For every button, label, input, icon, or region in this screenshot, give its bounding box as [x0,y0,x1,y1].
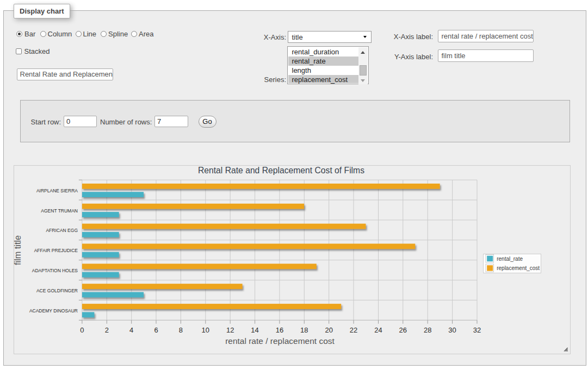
svg-text:22: 22 [349,325,357,334]
svg-text:AGENT TRUMAN: AGENT TRUMAN [41,208,78,213]
svg-text:ACADEMY DINOSAUR: ACADEMY DINOSAUR [29,308,77,313]
svg-text:28: 28 [423,325,431,334]
svg-text:20: 20 [325,325,332,334]
svg-text:rental_rate: rental_rate [497,255,523,261]
svg-text:AIRPLANE SIERRA: AIRPLANE SIERRA [36,187,77,193]
svg-text:18: 18 [300,325,308,334]
svg-text:ACE GOLDFINGER: ACE GOLDFINGER [36,288,77,293]
svg-text:2: 2 [104,325,108,334]
svg-text:14: 14 [251,325,258,334]
svg-text:32: 32 [473,325,480,334]
svg-text:replacement_cost: replacement_cost [497,265,540,271]
svg-text:film title: film title [14,235,22,265]
svg-text:8: 8 [178,325,182,334]
svg-text:rental rate / replacement cost: rental rate / replacement cost [225,336,335,346]
svg-text:12: 12 [226,325,233,334]
svg-text:0: 0 [80,325,84,334]
svg-text:AFFAIR PREJUDICE: AFFAIR PREJUDICE [34,248,78,253]
svg-text:26: 26 [399,325,406,334]
svg-text:10: 10 [201,325,209,334]
svg-text:6: 6 [154,325,158,334]
svg-text:4: 4 [129,325,133,334]
svg-text:30: 30 [448,325,456,334]
svg-text:Rental Rate and Replacement Co: Rental Rate and Replacement Cost of Film… [197,165,364,174]
svg-text:24: 24 [374,325,382,334]
svg-text:16: 16 [275,325,283,334]
svg-text:AFRICAN EGG: AFRICAN EGG [46,228,78,233]
svg-text:ADAPTATION HOLES: ADAPTATION HOLES [32,268,78,273]
